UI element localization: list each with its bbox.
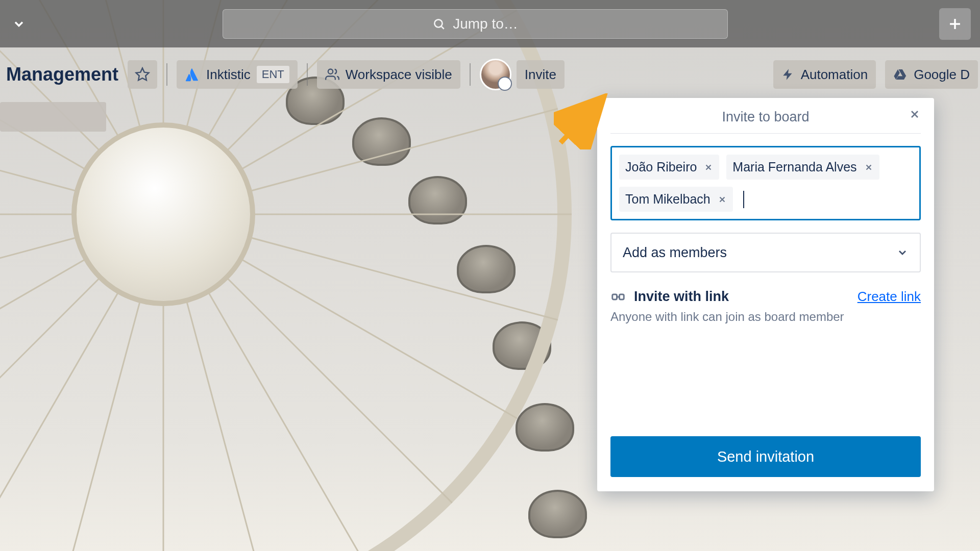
google-drive-icon	[893, 67, 908, 82]
workspace-name: Inktistic	[206, 67, 251, 83]
close-icon	[909, 108, 921, 120]
plus-icon	[946, 15, 964, 33]
svg-rect-16	[620, 294, 624, 299]
member-avatar[interactable]	[480, 59, 511, 90]
chip-remove-button[interactable]	[704, 163, 713, 172]
close-icon	[718, 195, 727, 204]
chip-remove-button[interactable]	[718, 195, 727, 204]
svg-rect-15	[612, 294, 617, 299]
jump-to-search[interactable]: Jump to…	[223, 9, 728, 39]
invitee-chip: Maria Fernanda Alves	[726, 155, 879, 180]
svg-point-5	[328, 69, 333, 74]
invite-link-description: Anyone with link can join as board membe…	[610, 310, 921, 324]
google-drive-label: Google D	[914, 67, 970, 83]
atlassian-logo-icon	[185, 67, 200, 82]
role-select[interactable]: Add as members	[610, 233, 921, 272]
board-header: Management Inktistic ENT Workspace visib…	[0, 55, 980, 94]
invite-popover: Invite to board João Ribeiro Maria Ferna…	[597, 98, 934, 491]
invitee-chip: João Ribeiro	[619, 155, 719, 180]
divider	[166, 63, 167, 86]
workspace-button[interactable]: Inktistic ENT	[177, 60, 298, 89]
close-icon	[704, 163, 713, 172]
invite-label: Invite	[525, 67, 556, 83]
invite-input[interactable]: João Ribeiro Maria Fernanda Alves Tom Mi…	[610, 146, 921, 220]
divider	[307, 63, 308, 86]
workspace-plan-badge: ENT	[257, 66, 289, 83]
jump-to-placeholder: Jump to…	[453, 16, 518, 32]
chip-label: Maria Fernanda Alves	[732, 160, 856, 174]
google-drive-button[interactable]: Google D	[885, 60, 978, 89]
chevron-down-icon	[12, 17, 26, 31]
svg-line-1	[442, 26, 444, 29]
svg-marker-4	[136, 68, 149, 81]
automation-label: Automation	[801, 67, 868, 83]
create-link-button[interactable]: Create link	[857, 289, 921, 305]
send-invitation-button[interactable]: Send invitation	[610, 436, 921, 477]
star-board-button[interactable]	[128, 60, 157, 89]
close-icon	[864, 163, 873, 172]
invitee-chip: Tom Mikelbach	[619, 187, 733, 212]
star-icon	[135, 67, 150, 82]
visibility-button[interactable]: Workspace visible	[317, 60, 460, 89]
chevron-down-icon	[896, 246, 909, 259]
invite-button[interactable]: Invite	[517, 60, 565, 89]
board-title[interactable]: Management	[2, 64, 122, 85]
popover-close-button[interactable]	[909, 108, 921, 120]
top-navbar: Jump to…	[0, 0, 980, 47]
link-icon	[610, 289, 626, 305]
nav-menu-toggle[interactable]	[9, 14, 29, 34]
svg-point-0	[435, 19, 443, 27]
chip-label: Tom Mikelbach	[625, 192, 710, 207]
search-icon	[432, 17, 446, 31]
invite-with-link-label: Invite with link	[634, 289, 729, 305]
automation-button[interactable]: Automation	[773, 60, 876, 89]
text-cursor	[743, 191, 744, 208]
popover-title: Invite to board	[610, 109, 921, 125]
bolt-icon	[781, 68, 795, 81]
divider	[470, 63, 471, 86]
chip-label: João Ribeiro	[625, 160, 697, 174]
chip-remove-button[interactable]	[864, 163, 873, 172]
people-icon	[325, 67, 339, 82]
create-new-button[interactable]	[939, 8, 971, 40]
visibility-label: Workspace visible	[346, 67, 452, 83]
list-placeholder[interactable]	[0, 102, 106, 132]
role-label: Add as members	[623, 245, 727, 261]
